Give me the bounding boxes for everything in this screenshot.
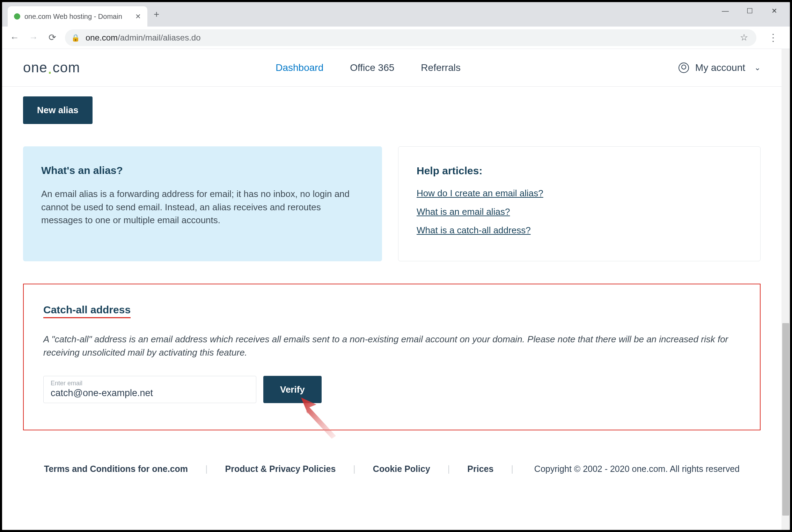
nav-dashboard[interactable]: Dashboard — [276, 62, 323, 73]
site-header: one.com Dashboard Office 365 Referrals M… — [2, 49, 782, 87]
footer-sep-icon: | — [448, 464, 450, 474]
footer-sep-icon: | — [511, 464, 513, 474]
footer-copyright: Copyright © 2002 - 2020 one.com. All rig… — [534, 464, 740, 474]
footer-sep-icon: | — [353, 464, 355, 474]
scrollbar-thumb[interactable] — [782, 323, 789, 516]
logo-left: one — [23, 60, 47, 75]
catchall-input-row: Enter email Verify — [43, 376, 740, 403]
footer: Terms and Conditions for one.com | Produ… — [23, 454, 761, 474]
footer-sep-icon: | — [205, 464, 208, 474]
lock-icon: 🔒 — [71, 34, 80, 42]
kebab-menu-icon[interactable]: ⋮ — [763, 32, 784, 43]
forward-icon: → — [27, 32, 40, 43]
help-links: How do I create an email alias? What is … — [417, 188, 742, 236]
minimize-icon[interactable]: — — [713, 2, 738, 20]
logo[interactable]: one.com — [23, 60, 80, 75]
back-icon[interactable]: ← — [8, 32, 21, 43]
page-body: one.com Dashboard Office 365 Referrals M… — [2, 49, 782, 530]
new-alias-button[interactable]: New alias — [23, 96, 93, 124]
favicon-icon — [14, 13, 20, 20]
help-panel: Help articles: How do I create an email … — [398, 146, 761, 261]
catchall-email-field[interactable]: Enter email — [43, 376, 256, 403]
reload-icon[interactable]: ⟳ — [46, 32, 59, 43]
svg-marker-0 — [301, 398, 336, 439]
url-text: one.com/admin/mail/aliases.do — [86, 33, 201, 43]
site-nav: Dashboard Office 365 Referrals — [276, 62, 461, 73]
window-controls: — ☐ ✕ — [713, 2, 786, 20]
help-link-2[interactable]: What is a catch-all address? — [417, 225, 742, 236]
chevron-down-icon: ⌄ — [751, 63, 761, 72]
footer-terms[interactable]: Terms and Conditions for one.com — [44, 464, 188, 474]
account-label: My account — [695, 62, 745, 73]
footer-prices[interactable]: Prices — [467, 464, 493, 474]
help-link-1[interactable]: What is an email alias? — [417, 206, 742, 217]
nav-referrals[interactable]: Referrals — [421, 62, 461, 73]
close-window-icon[interactable]: ✕ — [762, 2, 786, 20]
info-panels: What's an alias? An email alias is a for… — [23, 146, 761, 261]
footer-policies[interactable]: Product & Privacy Policies — [225, 464, 336, 474]
catchall-email-input[interactable] — [51, 388, 249, 399]
nav-office365[interactable]: Office 365 — [350, 62, 394, 73]
logo-right: com — [53, 60, 80, 75]
titlebar: one.com Web hosting - Domain ✕ + — ☐ ✕ — [2, 2, 790, 27]
browser-toolbar: ← → ⟳ 🔒 one.com/admin/mail/aliases.do ☆ … — [2, 27, 790, 49]
browser-window: one.com Web hosting - Domain ✕ + — ☐ ✕ ←… — [2, 2, 790, 530]
content-area: New alias What's an alias? An email alia… — [2, 87, 782, 474]
footer-cookie[interactable]: Cookie Policy — [373, 464, 430, 474]
close-tab-icon[interactable]: ✕ — [135, 12, 141, 21]
catchall-input-label: Enter email — [51, 380, 249, 387]
address-bar[interactable]: 🔒 one.com/admin/mail/aliases.do ☆ — [65, 29, 756, 46]
verify-button[interactable]: Verify — [263, 376, 322, 403]
alias-panel-body: An email alias is a forwarding address f… — [41, 188, 364, 227]
vertical-scrollbar[interactable] — [782, 49, 790, 530]
help-panel-title: Help articles: — [417, 165, 742, 177]
account-menu[interactable]: My account ⌄ — [679, 62, 761, 73]
alias-panel: What's an alias? An email alias is a for… — [23, 146, 382, 261]
catchall-section: Catch-all address A "catch-all" address … — [23, 284, 761, 430]
catchall-body: A "catch-all" address is an email addres… — [43, 333, 740, 359]
tab-title: one.com Web hosting - Domain — [24, 13, 131, 21]
alias-panel-title: What's an alias? — [41, 165, 364, 176]
annotation-arrow-icon — [301, 398, 343, 439]
viewport: one.com Dashboard Office 365 Referrals M… — [2, 49, 790, 530]
browser-tab[interactable]: one.com Web hosting - Domain ✕ — [8, 6, 147, 27]
catchall-title: Catch-all address — [43, 304, 131, 318]
new-tab-button[interactable]: + — [154, 9, 159, 20]
bookmark-star-icon[interactable]: ☆ — [740, 32, 748, 43]
help-link-0[interactable]: How do I create an email alias? — [417, 188, 742, 199]
verify-button-label: Verify — [280, 384, 305, 395]
maximize-icon[interactable]: ☐ — [738, 2, 762, 20]
user-icon — [679, 63, 689, 73]
